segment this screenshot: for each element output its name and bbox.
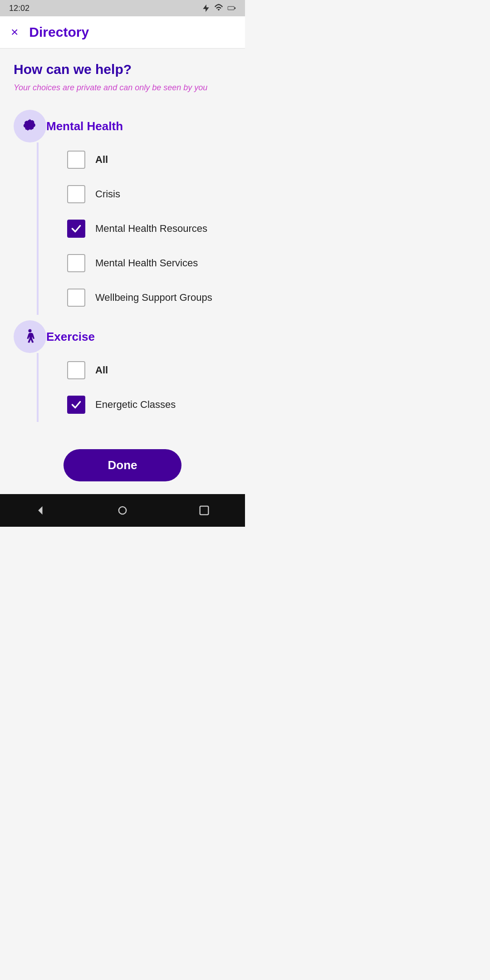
items-column-exercise: Exercise All Energetic Classes — [46, 320, 231, 422]
svg-point-6 — [119, 507, 126, 514]
checkbox-label-mh-crisis: Crisis — [95, 188, 120, 200]
section-body-mental-health: Mental Health All Crisis — [14, 110, 231, 315]
done-bar: Done — [0, 441, 245, 494]
page-question: How can we help? — [14, 61, 231, 78]
checkbox-mh-wellbeing[interactable] — [67, 289, 85, 307]
header: × Directory — [0, 16, 245, 49]
home-icon — [116, 504, 129, 517]
checkbox-row-mh-resources[interactable]: Mental Health Resources — [46, 211, 231, 246]
checkbox-mh-crisis[interactable] — [67, 185, 85, 203]
status-icons — [201, 4, 236, 13]
checkbox-ex-all[interactable] — [67, 361, 85, 379]
checkbox-mh-services[interactable] — [67, 254, 85, 272]
category-icon-mental-health — [14, 110, 46, 142]
section-body-exercise: Exercise All Energetic Classes — [14, 320, 231, 422]
svg-marker-0 — [203, 5, 209, 12]
checkbox-row-mh-wellbeing[interactable]: Wellbeing Support Groups — [46, 280, 231, 315]
wifi-icon — [214, 4, 223, 13]
brain-icon — [21, 118, 39, 135]
checkbox-label-ex-energetic: Energetic Classes — [95, 399, 176, 411]
close-button[interactable]: × — [11, 26, 18, 39]
main-content: How can we help? Your choices are privat… — [0, 49, 245, 441]
line-column-exercise — [14, 320, 46, 422]
battery-icon — [227, 4, 236, 13]
bottom-nav — [0, 494, 245, 527]
done-button[interactable]: Done — [64, 449, 181, 481]
back-nav-button[interactable] — [27, 497, 54, 524]
line-column-mental-health — [14, 110, 46, 315]
walk-icon — [21, 328, 39, 345]
square-icon — [198, 504, 211, 517]
checkbox-row-mh-crisis[interactable]: Crisis — [46, 177, 231, 211]
vertical-line-mental-health — [37, 142, 39, 315]
checkbox-row-mh-all[interactable]: All — [46, 142, 231, 177]
category-section-exercise: Exercise All Energetic Classes — [14, 320, 231, 422]
svg-rect-7 — [200, 506, 209, 515]
page-subtitle: Your choices are private and can only be… — [14, 82, 231, 93]
checkbox-ex-energetic[interactable] — [67, 396, 85, 414]
status-time: 12:02 — [9, 4, 29, 13]
checkbox-label-mh-all: All — [95, 154, 108, 166]
checkbox-label-mh-services: Mental Health Services — [95, 257, 198, 269]
category-label-mental-health: Mental Health — [46, 119, 123, 133]
status-bar: 12:02 — [0, 0, 245, 16]
checkbox-label-ex-all: All — [95, 364, 108, 376]
svg-rect-2 — [235, 7, 236, 9]
spark-icon — [201, 4, 211, 13]
checkbox-row-mh-services[interactable]: Mental Health Services — [46, 246, 231, 280]
header-title: Directory — [29, 24, 89, 40]
category-section-mental-health: Mental Health All Crisis — [14, 110, 231, 315]
checkbox-label-mh-wellbeing: Wellbeing Support Groups — [95, 292, 212, 304]
checkbox-mh-resources[interactable] — [67, 220, 85, 238]
checkbox-row-ex-energetic[interactable]: Energetic Classes — [46, 387, 231, 422]
category-icon-exercise — [14, 320, 46, 353]
back-icon — [34, 504, 47, 517]
checkbox-label-mh-resources: Mental Health Resources — [95, 223, 207, 235]
category-label-exercise: Exercise — [46, 330, 95, 344]
svg-point-4 — [28, 329, 31, 333]
checkbox-mh-all[interactable] — [67, 151, 85, 169]
square-nav-button[interactable] — [191, 497, 218, 524]
items-column-mental-health: Mental Health All Crisis — [46, 110, 231, 315]
checkbox-row-ex-all[interactable]: All — [46, 353, 231, 387]
svg-marker-5 — [38, 506, 42, 515]
svg-rect-3 — [228, 7, 234, 10]
vertical-line-exercise — [37, 353, 39, 422]
home-nav-button[interactable] — [109, 497, 136, 524]
